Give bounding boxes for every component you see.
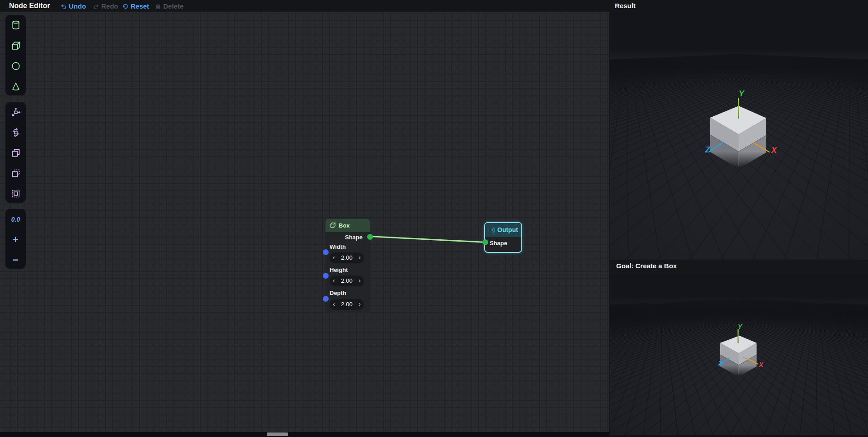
svg-text:X: X (759, 361, 764, 368)
svg-text:X: X (771, 146, 777, 155)
svg-text:Y: Y (739, 89, 745, 98)
svg-text:Z: Z (718, 360, 722, 367)
svg-text:Z: Z (705, 145, 711, 154)
